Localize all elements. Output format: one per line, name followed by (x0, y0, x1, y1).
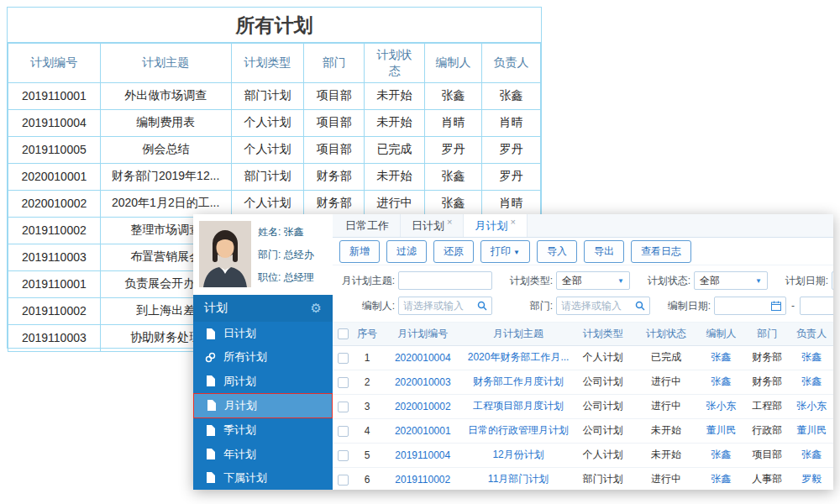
gear-icon[interactable]: ⚙ (311, 302, 322, 315)
cell-type: 个人计划 (572, 443, 634, 467)
compile-date-start-input[interactable] (719, 300, 771, 312)
monthly-plan-subject-input[interactable] (398, 271, 492, 290)
plan-number-link[interactable]: 2020010003 (395, 376, 451, 388)
cell-status: 进行中 (365, 190, 425, 217)
table-row[interactable]: 2 2020010003 财务部工作月度计划 公司计划 进行中 张鑫 财务部 张… (333, 370, 833, 394)
plan-subject-link[interactable]: 11月部门计划 (488, 473, 549, 485)
table-row[interactable]: 5 2019110004 12月份计划 个人计划 未开始 张鑫 项目部 张鑫 (333, 443, 833, 467)
cell-dept: 行政部 (744, 418, 790, 443)
search-icon[interactable] (477, 301, 487, 311)
compiler-link[interactable]: 张小东 (706, 400, 736, 412)
plan-number-link[interactable]: 2020010004 (395, 352, 451, 364)
close-icon[interactable]: × (447, 217, 452, 227)
owner-link[interactable]: 董川民 (796, 424, 827, 436)
owner-link[interactable]: 张小东 (796, 400, 827, 412)
plan-number-link[interactable]: 2020010001 (395, 425, 451, 437)
monthly-plan-table: 序号 月计划编号 月计划主题 计划类型 计划状态 编制人 部门 负责人 1 2 (333, 323, 833, 490)
compiler-input[interactable] (403, 300, 477, 312)
filter-button[interactable]: 过滤 (386, 240, 427, 263)
table-row[interactable]: 6 2019110002 11月部门计划 部门计划 进行中 张鑫 人事部 罗毅 (333, 467, 833, 490)
sidebar-item-label: 年计划 (223, 447, 256, 462)
sidebar-section-label: 计划 (204, 301, 228, 316)
table-row[interactable]: 2020010001 财务部门2019年12... 部门计划 财务部 未开始 张… (8, 163, 541, 190)
sidebar-item-yearly-plan[interactable]: 年计划 (193, 442, 333, 465)
cell-status: 未开始 (634, 443, 698, 467)
tab-label: 日常工作 (345, 218, 389, 234)
cell-owner: 罗丹 (482, 136, 541, 163)
type-filter-label: 计划类型: (504, 274, 553, 288)
search-icon[interactable] (635, 301, 645, 311)
sidebar-item-quarterly-plan[interactable]: 季计划 (193, 418, 333, 442)
row-checkbox[interactable] (338, 353, 349, 364)
row-checkbox[interactable] (338, 426, 349, 437)
print-button-label: 打印 (491, 245, 511, 257)
compiler-link[interactable]: 张鑫 (711, 351, 731, 363)
sidebar-item-all-plans[interactable]: 所有计划 (193, 345, 333, 369)
table-row[interactable]: 2020010002 2020年1月2日的工... 个人计划 财务部 进行中 张… (8, 190, 541, 217)
cell-status: 未开始 (634, 418, 698, 443)
sidebar-item-label: 所有计划 (223, 349, 267, 365)
compiler-link[interactable]: 张鑫 (711, 449, 731, 460)
reset-button[interactable]: 还原 (433, 240, 474, 263)
link-icon (205, 352, 216, 363)
plan-subject-link[interactable]: 2020年财务部工作月... (468, 351, 570, 363)
sidebar-item-monthly-plan[interactable]: 月计划 (193, 393, 333, 418)
export-button[interactable]: 导出 (584, 240, 624, 263)
plan-subject-link[interactable]: 工程项目部月度计划 (473, 400, 564, 412)
tab-monthly-plan[interactable]: 月计划 × (464, 214, 527, 237)
row-checkbox[interactable] (338, 377, 349, 388)
table-row[interactable]: 2019110005 例会总结 个人计划 项目部 已完成 罗丹 罗丹 (8, 136, 541, 163)
column-header-dept: 部门 (744, 323, 790, 345)
sidebar-item-subordinate-plans[interactable]: 下属计划 (193, 466, 333, 490)
plan-subject-link[interactable]: 日常的行政管理月计划 (468, 424, 569, 436)
department-input[interactable] (561, 300, 635, 312)
select-all-checkbox[interactable] (338, 328, 349, 339)
cell-plan-number: 2019110002 (8, 297, 101, 324)
row-checkbox[interactable] (338, 450, 349, 461)
view-log-button[interactable]: 查看日志 (631, 240, 691, 263)
print-button[interactable]: 打印▼ (480, 240, 530, 263)
table-row[interactable]: 4 2020010001 日常的行政管理月计划 公司计划 未开始 董川民 行政部… (333, 418, 833, 443)
cell-dept: 工程部 (744, 394, 790, 418)
plan-type-select[interactable]: 全部 ▼ (556, 271, 630, 290)
cell-type: 个人计划 (231, 109, 304, 136)
plan-number-link[interactable]: 2019110002 (395, 474, 450, 486)
sidebar-item-label: 日计划 (223, 326, 256, 341)
plan-status-select[interactable]: 全部 ▼ (694, 271, 768, 290)
row-checkbox[interactable] (338, 475, 349, 486)
table-row[interactable]: 2019110001 外出做市场调查 部门计划 项目部 未开始 张鑫 张鑫 (8, 82, 541, 109)
document-icon (205, 425, 216, 436)
table-row[interactable]: 1 2020010004 2020年财务部工作月... 个人计划 已完成 张鑫 … (333, 345, 833, 370)
sidebar-item-weekly-plan[interactable]: 周计划 (193, 370, 333, 393)
compiler-link[interactable]: 董川民 (706, 424, 736, 436)
cell-no: 5 (354, 443, 381, 467)
compiler-link[interactable]: 张鑫 (711, 375, 731, 387)
plan-number-link[interactable]: 2019110004 (395, 449, 450, 461)
owner-link[interactable]: 张鑫 (801, 351, 822, 363)
compiler-link[interactable]: 张鑫 (711, 473, 731, 485)
table-row[interactable]: 2019110004 编制费用表 个人计划 项目部 未开始 肖晴 肖晴 (8, 109, 541, 136)
owner-link[interactable]: 张鑫 (801, 449, 822, 460)
sidebar-item-label: 下属计划 (223, 470, 267, 486)
table-row[interactable]: 3 2020010002 工程项目部月度计划 公司计划 进行中 张小东 工程部 … (333, 394, 833, 418)
import-button[interactable]: 导入 (537, 240, 577, 263)
owner-link[interactable]: 张鑫 (801, 375, 822, 387)
tab-daily-work[interactable]: 日常工作 (334, 214, 401, 237)
plan-date-input[interactable] (832, 271, 833, 290)
add-button[interactable]: 新增 (339, 240, 380, 263)
plan-subject-link[interactable]: 12月份计划 (492, 449, 543, 460)
sidebar-item-label: 月计划 (224, 398, 257, 413)
sidebar-section-plan[interactable]: 计划 ⚙ (193, 295, 333, 322)
dept-input-wrap (556, 297, 650, 315)
plan-subject-link[interactable]: 财务部工作月度计划 (473, 375, 564, 387)
calendar-icon[interactable] (771, 301, 781, 311)
column-header-type: 计划类型 (231, 44, 304, 83)
toolbar: 新增 过滤 还原 打印▼ 导入 导出 查看日志 (333, 238, 833, 265)
close-icon[interactable]: × (510, 217, 515, 227)
row-checkbox[interactable] (338, 402, 349, 412)
owner-link[interactable]: 罗毅 (801, 473, 822, 485)
plan-number-link[interactable]: 2020010002 (395, 401, 451, 412)
sidebar-item-daily-plan[interactable]: 日计划 (193, 322, 333, 345)
compile-date-end-input[interactable] (800, 297, 833, 315)
tab-daily-plan[interactable]: 日计划 × (401, 214, 464, 237)
